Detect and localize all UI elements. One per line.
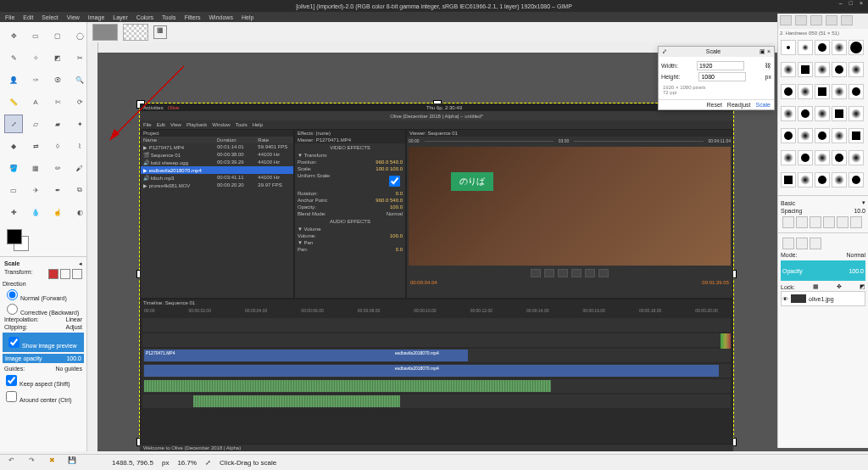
olive-prev-frame-icon[interactable] <box>544 269 554 277</box>
guides-select[interactable]: No guides <box>55 366 82 372</box>
brush-item[interactable] <box>832 150 847 165</box>
olive-audio-track-2[interactable] <box>142 394 731 408</box>
brush-item[interactable] <box>798 150 813 165</box>
menu-colors[interactable]: Colors <box>136 14 153 20</box>
scale-height-input[interactable] <box>698 72 746 81</box>
chevron-down-icon[interactable]: ▾ <box>862 199 865 206</box>
olive-col-duration[interactable]: Duration <box>217 137 258 143</box>
pencil-tool[interactable]: ✏ <box>48 159 67 177</box>
olive-project-row-selected[interactable]: ▶ esdbavila2018070.mp4 <box>141 166 293 174</box>
rect-select-tool[interactable]: ▢ <box>48 26 67 45</box>
brush-item[interactable] <box>798 40 813 55</box>
olive-menu-tools[interactable]: Tools <box>236 122 248 127</box>
olive-clip-audio[interactable]: esdbavila2018070.mp4 <box>393 365 719 377</box>
measure-tool[interactable]: 📏 <box>4 92 23 111</box>
dodge-tool[interactable]: ◐ <box>70 203 89 221</box>
close-icon[interactable]: × <box>860 0 863 6</box>
olive-project-row[interactable]: ▶ P1270471.MP400:01:14.0159.9401 FPS <box>141 143 293 151</box>
eraser-tool[interactable]: ▭ <box>4 181 23 199</box>
brush-item[interactable] <box>815 106 830 121</box>
olive-project-row[interactable]: 🔊 bald sheeep.ogg00:03:39.2944100 Hz <box>141 159 293 166</box>
olive-volume-section[interactable]: ▼ Volume <box>295 226 405 232</box>
brush-item[interactable] <box>832 172 847 187</box>
single-window-icon[interactable]: ▦ <box>153 25 167 39</box>
brush-item[interactable] <box>849 128 864 143</box>
warp-tool[interactable]: ⌇ <box>70 137 89 155</box>
olive-anchor-y[interactable]: 540.0 <box>390 198 403 203</box>
brush-item[interactable] <box>781 172 796 187</box>
edit-brush-icon[interactable] <box>782 216 794 228</box>
image-tab-1[interactable] <box>92 24 118 41</box>
brush-item[interactable] <box>832 62 847 77</box>
olive-project-row[interactable]: 🔊 kiboh.mp300:03:41.1144100 Hz <box>141 174 293 182</box>
move-tool[interactable]: ✥ <box>4 26 23 45</box>
delete-brush-icon[interactable] <box>823 216 835 228</box>
brushes-tab[interactable] <box>780 15 792 25</box>
scissors-tool[interactable]: ✂ <box>70 48 89 67</box>
olive-scale-x[interactable]: 100.0 <box>376 166 388 171</box>
olive-menu-help[interactable]: Help <box>253 122 263 127</box>
brush-item[interactable] <box>832 84 847 99</box>
smudge-tool[interactable]: ☝ <box>48 203 67 221</box>
olive-goto-start-icon[interactable] <box>531 269 541 277</box>
sb-redo-icon[interactable]: ↷ <box>25 456 37 468</box>
olive-col-name[interactable]: Name <box>143 137 217 143</box>
canvas[interactable]: Activities Olive Thu 6p, 2:30:49 🔊 📶 🔋 O… <box>97 53 868 451</box>
brush-item[interactable] <box>798 172 813 187</box>
brush-item[interactable] <box>798 62 813 77</box>
paths-tool[interactable]: ✑ <box>26 70 45 89</box>
olive-uniform-checkbox[interactable] <box>389 176 400 187</box>
layer-name[interactable]: olive1.jpg <box>809 296 834 302</box>
olive-rotation-value[interactable]: 0.0 <box>396 191 403 196</box>
brush-spacing-value[interactable]: 10.0 <box>854 208 865 214</box>
olive-menu-window[interactable]: Window <box>212 122 230 127</box>
rotate-tool[interactable]: ⟳ <box>70 92 89 111</box>
olive-clip[interactable]: P1270471.MP4 <box>144 350 393 361</box>
fonts-tab[interactable] <box>826 15 837 25</box>
olive-audio-track-0[interactable]: esdbavila2018070.mp4 <box>142 364 731 378</box>
paintbrush-tool[interactable]: 🖌 <box>70 159 89 177</box>
zoom-tool[interactable]: 🔍 <box>70 70 89 89</box>
scale-reset-button[interactable]: Reset <box>707 102 722 108</box>
gradient-tool[interactable]: ▦ <box>26 159 45 177</box>
olive-menu-edit[interactable]: Edit <box>157 122 165 127</box>
olive-anchor-x[interactable]: 960.0 <box>376 198 388 203</box>
layer-mode-select[interactable]: Normal <box>846 252 865 258</box>
menu-file[interactable]: File <box>5 14 14 20</box>
brush-item[interactable] <box>798 84 813 99</box>
brush-item[interactable] <box>815 62 830 77</box>
olive-menu-file[interactable]: File <box>143 122 152 127</box>
image-opacity-value[interactable]: 100.0 <box>66 355 81 361</box>
scale-tool[interactable]: ⤢ <box>4 115 23 133</box>
direction-corrective-radio[interactable] <box>7 304 18 315</box>
patterns-tab[interactable] <box>795 15 807 25</box>
brush-item[interactable] <box>781 40 796 55</box>
image-tab-2[interactable] <box>123 24 148 41</box>
scale-link-icon[interactable]: ⛓ <box>763 63 771 69</box>
new-brush-icon[interactable] <box>796 216 808 228</box>
menu-filters[interactable]: Filters <box>184 14 200 20</box>
scale-width-input[interactable] <box>697 61 744 70</box>
layers-tab[interactable] <box>782 238 794 249</box>
foreground-tool[interactable]: 👤 <box>4 70 23 89</box>
text-tool[interactable]: A <box>26 92 45 111</box>
around-center-checkbox[interactable] <box>6 391 17 402</box>
brush-item[interactable] <box>815 40 830 55</box>
keep-aspect-checkbox[interactable] <box>6 375 17 386</box>
menu-edit[interactable]: Edit <box>23 14 33 20</box>
clone-tool[interactable]: ⧉ <box>70 181 89 199</box>
olive-menu-view[interactable]: View <box>170 122 181 127</box>
brush-item[interactable] <box>849 62 864 77</box>
refresh-brush-icon[interactable] <box>837 216 849 228</box>
brush-item[interactable] <box>815 84 830 99</box>
free-select-tool[interactable]: ✎ <box>4 48 23 67</box>
layer-opacity-slider[interactable]: Opacity100.0 <box>781 260 865 281</box>
lock-position-icon[interactable]: ✥ <box>837 283 842 290</box>
cage-tool[interactable]: ◊ <box>48 137 67 155</box>
brush-item[interactable] <box>781 84 796 99</box>
menu-help[interactable]: Help <box>242 14 253 20</box>
unified-transform-tool[interactable]: ✦ <box>70 115 89 133</box>
sb-close-icon[interactable]: ✖ <box>46 456 58 468</box>
brush-item[interactable] <box>781 62 796 77</box>
olive-video-track-1[interactable] <box>142 333 731 347</box>
